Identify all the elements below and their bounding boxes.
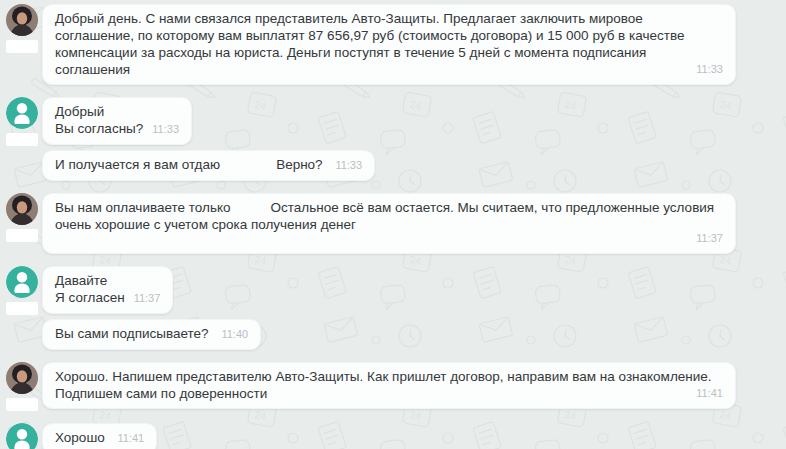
redacted-name-tag: [6, 40, 38, 53]
redacted-name-tag: [6, 302, 38, 315]
message-text: Вы сами подписываете?: [55, 326, 209, 341]
person-silhouette-avatar: [6, 423, 38, 449]
redacted-amount: [220, 168, 276, 169]
message-bubble[interactable]: Давайте Я согласен11:37: [42, 266, 173, 314]
message-text: Хорошо: [55, 430, 105, 445]
message-text: Верно?: [276, 157, 323, 172]
message-list: Добрый день. С нами связался представите…: [0, 0, 786, 449]
woman-photo-avatar: [6, 362, 38, 394]
chat-window: 24: [0, 0, 786, 449]
message-group-client: Добрый Вы согласны?11:33 И получается я …: [6, 97, 778, 181]
message-bubble[interactable]: И получается я вам отдаюВерно? 11:33: [42, 150, 375, 181]
message-bubble[interactable]: Добрый Вы согласны?11:33: [42, 97, 192, 145]
message-group-agent: Добрый день. С нами связался представите…: [6, 4, 778, 85]
message-time: 11:41: [696, 385, 723, 402]
message-text: Добрый день. С нами связался представите…: [55, 11, 684, 77]
message-text: Вы согласны?: [55, 121, 143, 136]
client-avatar[interactable]: [6, 97, 38, 129]
client-avatar[interactable]: [6, 266, 38, 298]
message-time: 11:40: [221, 328, 248, 340]
message-bubble[interactable]: Хорошо 11:41: [42, 423, 157, 449]
message-group-agent: Хорошо. Напишем представителю Авто-Защит…: [6, 362, 778, 411]
message-time: 11:33: [152, 123, 179, 135]
redacted-amount: [231, 211, 271, 212]
message-text: И получается я вам отдаю: [55, 157, 220, 172]
message-text: Вы нам оплачиваете только: [55, 200, 231, 215]
message-time: 11:41: [117, 432, 144, 444]
client-avatar[interactable]: [6, 423, 38, 449]
message-group-client: Давайте Я согласен11:37 Вы сами подписыв…: [6, 266, 778, 350]
person-silhouette-avatar: [6, 266, 38, 298]
message-line: Добрый: [55, 103, 179, 120]
agent-avatar[interactable]: [6, 4, 38, 36]
woman-photo-avatar: [6, 193, 38, 225]
message-line: Давайте: [55, 272, 160, 289]
message-time: 11:33: [696, 61, 723, 78]
message-text: Я согласен: [55, 290, 125, 305]
message-time: 11:37: [696, 230, 723, 247]
person-silhouette-avatar: [6, 97, 38, 129]
redacted-name-tag: [6, 133, 38, 146]
message-bubble[interactable]: Хорошо. Напишем представителю Авто-Защит…: [42, 362, 736, 409]
message-group-agent: Вы нам оплачиваете толькоОстальное всё в…: [6, 193, 778, 254]
message-bubble[interactable]: Вы сами подписываете? 11:40: [42, 319, 261, 350]
redacted-name-tag: [6, 229, 38, 242]
message-line: Я согласен11:37: [55, 289, 160, 307]
message-line: Вы согласны?11:33: [55, 120, 179, 138]
agent-avatar[interactable]: [6, 362, 38, 394]
message-bubble[interactable]: Вы нам оплачиваете толькоОстальное всё в…: [42, 193, 736, 254]
message-bubble[interactable]: Добрый день. С нами связался представите…: [42, 4, 736, 85]
message-time: 11:33: [335, 159, 362, 171]
message-text: Хорошо. Напишем представителю Авто-Защит…: [55, 369, 712, 401]
message-time: 11:37: [134, 292, 161, 304]
agent-avatar[interactable]: [6, 193, 38, 225]
message-group-client: Хорошо 11:41 Буду ожидать 11:41: [6, 423, 778, 449]
redacted-name-tag: [6, 398, 38, 411]
woman-photo-avatar: [6, 4, 38, 36]
